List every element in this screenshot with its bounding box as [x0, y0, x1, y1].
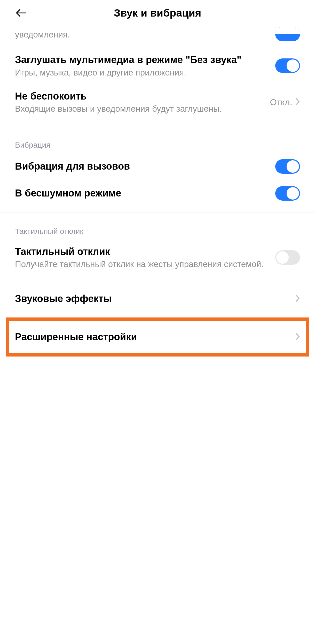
- setting-haptic[interactable]: Тактильный отклик Получайте тактильный о…: [15, 239, 300, 276]
- divider: [0, 281, 315, 281]
- setting-vibrate-silent[interactable]: В бесшумном режиме: [15, 180, 300, 207]
- haptic-title: Тактильный отклик: [15, 246, 267, 258]
- dnd-title: Не беспокоить: [15, 90, 262, 103]
- vibrate-calls-title: Вибрация для вызовов: [15, 160, 267, 173]
- divider: [0, 126, 315, 126]
- vibrate-silent-title: В бесшумном режиме: [15, 187, 267, 200]
- toggle-vibrate-silent[interactable]: [275, 186, 300, 201]
- chevron-right-icon: [295, 97, 300, 107]
- sound-effects-title: Звуковые эффекты: [15, 293, 287, 305]
- dnd-sub: Входящие вызовы и уведомления будут загл…: [15, 103, 262, 114]
- chevron-right-icon: [295, 332, 300, 342]
- setting-dnd[interactable]: Не беспокоить Входящие вызовы и уведомле…: [15, 84, 300, 120]
- section-haptic-label: Тактильный отклик: [15, 218, 300, 239]
- setting-sound-effects[interactable]: Звуковые эффекты: [15, 286, 300, 311]
- page-title: Звук и вибрация: [114, 7, 201, 19]
- haptic-sub: Получайте тактильный отклик на жесты упр…: [15, 259, 267, 269]
- toggle-haptic[interactable]: [275, 250, 300, 265]
- chevron-right-icon: [295, 294, 300, 304]
- divider: [0, 212, 315, 213]
- setting-vibrate-calls[interactable]: Вибрация для вызовов: [15, 153, 300, 180]
- mute-media-title: Заглушать мультимедиа в режиме "Без звук…: [15, 54, 267, 66]
- highlight-advanced-settings: Расширенные настройки: [6, 317, 309, 357]
- setting-mute-media[interactable]: Заглушать мультимедиа в режиме "Без звук…: [15, 48, 300, 84]
- partial-subtitle: уведомления.: [15, 29, 267, 40]
- setting-partial-notifications[interactable]: уведомления.: [15, 26, 300, 48]
- back-button[interactable]: [15, 8, 28, 18]
- dnd-value: Откл.: [270, 97, 292, 107]
- section-vibration-label: Вибрация: [15, 131, 300, 153]
- toggle-mute-media[interactable]: [275, 58, 300, 73]
- mute-media-sub: Игры, музыка, видео и другие приложения.: [15, 67, 267, 78]
- arrow-left-icon: [15, 8, 27, 18]
- toggle-partial[interactable]: [275, 27, 300, 41]
- header: Звук и вибрация: [0, 0, 315, 26]
- setting-advanced[interactable]: Расширенные настройки: [15, 327, 300, 347]
- toggle-vibrate-calls[interactable]: [275, 159, 300, 174]
- advanced-title: Расширенные настройки: [15, 331, 287, 343]
